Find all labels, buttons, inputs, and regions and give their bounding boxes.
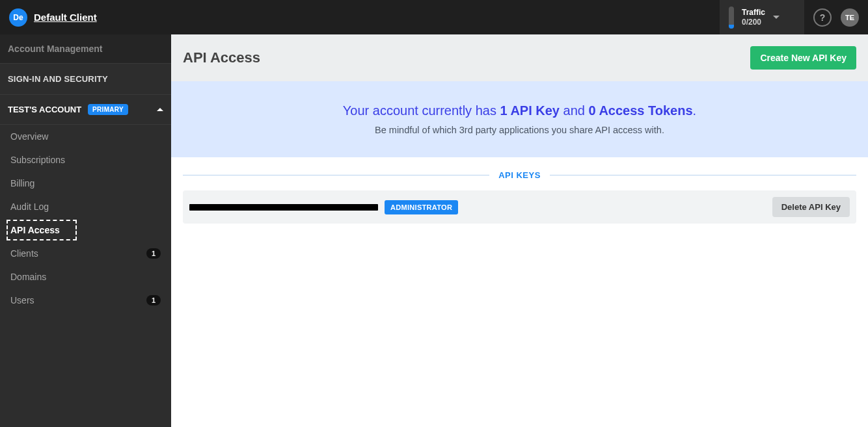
sidebar-item-overview[interactable]: Overview <box>0 125 171 148</box>
count-badge: 1 <box>146 248 161 259</box>
primary-badge: PRIMARY <box>88 104 128 115</box>
sidebar-item-label: Clients <box>10 248 38 259</box>
banner-prefix: Your account currently has <box>343 103 500 118</box>
api-key-count: 1 API Key <box>500 103 560 118</box>
sidebar-item-label: API Access <box>10 225 60 235</box>
sidebar: Account Management SIGN-IN AND SECURITY … <box>0 34 171 427</box>
count-badge: 1 <box>146 295 161 305</box>
info-banner-subtext: Be mindful of which 3rd party applicatio… <box>184 125 855 135</box>
sidebar-item-label: Users <box>10 295 34 305</box>
sidebar-item-label: Billing <box>10 178 34 188</box>
api-key-redacted <box>189 204 378 211</box>
traffic-dropdown[interactable]: Traffic 0/200 <box>720 0 804 34</box>
sidebar-item-label: Audit Log <box>10 201 49 212</box>
topbar-right: Traffic 0/200 ? TE <box>720 0 859 34</box>
user-avatar[interactable]: TE <box>841 8 859 27</box>
client-avatar[interactable]: De <box>9 8 27 27</box>
traffic-meter-icon <box>729 6 734 29</box>
chevron-down-icon <box>773 16 780 19</box>
help-icon[interactable]: ? <box>813 8 832 27</box>
banner-suffix: . <box>693 103 697 118</box>
traffic-label: Traffic <box>742 8 765 17</box>
sidebar-account-header[interactable]: TEST'S ACCOUNT PRIMARY <box>0 95 171 125</box>
main: API Access Create New API Key Your accou… <box>171 34 868 427</box>
sidebar-item-subscriptions[interactable]: Subscriptions <box>0 148 171 172</box>
divider-line-icon <box>550 175 856 175</box>
traffic-value: 0/200 <box>742 18 765 27</box>
access-token-count: 0 Access Tokens <box>588 103 692 118</box>
sidebar-section-account-management[interactable]: Account Management <box>0 34 171 63</box>
page-title: API Access <box>183 49 260 66</box>
sidebar-item-label: Overview <box>10 131 48 142</box>
sidebar-item-label: Domains <box>10 272 46 282</box>
info-banner-headline: Your account currently has 1 API Key and… <box>184 103 855 118</box>
sidebar-item-domains[interactable]: Domains <box>0 265 171 289</box>
client-name-link[interactable]: Default Client <box>34 12 97 23</box>
chevron-up-icon <box>157 108 163 111</box>
api-keys-section: API KEYS ADMINISTRATOR Delete API Key <box>171 157 868 237</box>
sidebar-item-api-access[interactable]: API Access <box>0 218 171 242</box>
divider-line-icon <box>183 175 489 175</box>
content: Account Management SIGN-IN AND SECURITY … <box>0 34 868 427</box>
page-header: API Access Create New API Key <box>171 34 868 81</box>
sidebar-item-clients[interactable]: Clients 1 <box>0 242 171 265</box>
api-key-row: ADMINISTRATOR Delete API Key <box>183 190 856 224</box>
sidebar-item-audit-log[interactable]: Audit Log <box>0 195 171 218</box>
api-keys-label: API KEYS <box>498 170 541 180</box>
sidebar-section-signin-security[interactable]: SIGN-IN AND SECURITY <box>0 63 171 95</box>
create-api-key-button[interactable]: Create New API Key <box>750 46 856 70</box>
delete-api-key-button[interactable]: Delete API Key <box>772 197 850 217</box>
sidebar-item-billing[interactable]: Billing <box>0 172 171 195</box>
sidebar-item-label: Subscriptions <box>10 155 65 165</box>
account-name: TEST'S ACCOUNT <box>8 105 81 114</box>
banner-mid: and <box>560 103 588 118</box>
traffic-text: Traffic 0/200 <box>742 8 765 27</box>
topbar: De Default Client Traffic 0/200 ? TE <box>0 0 868 34</box>
api-keys-divider: API KEYS <box>183 170 856 180</box>
topbar-left: De Default Client <box>9 8 97 27</box>
info-banner: Your account currently has 1 API Key and… <box>171 81 868 157</box>
administrator-badge: ADMINISTRATOR <box>385 200 458 214</box>
sidebar-item-users[interactable]: Users 1 <box>0 289 171 312</box>
